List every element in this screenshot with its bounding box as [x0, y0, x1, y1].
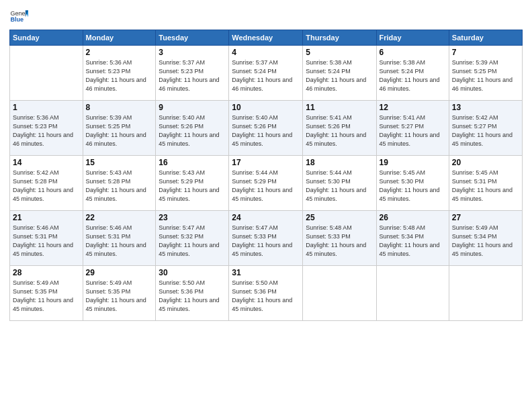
day-number: 8 — [86, 103, 153, 112]
day-number: 31 — [232, 268, 300, 277]
calendar-cell: 1Sunrise: 5:36 AMSunset: 5:23 PMDaylight… — [10, 101, 83, 156]
calendar-cell — [449, 266, 522, 321]
day-info: Sunrise: 5:40 AMSunset: 5:26 PMDaylight:… — [232, 113, 300, 148]
day-number: 27 — [452, 213, 519, 222]
calendar-header-monday: Monday — [83, 30, 156, 46]
day-info: Sunrise: 5:50 AMSunset: 5:36 PMDaylight:… — [232, 279, 300, 314]
logo-icon: General Blue — [9, 7, 28, 26]
day-number: 26 — [380, 213, 446, 222]
day-info: Sunrise: 5:39 AMSunset: 5:25 PMDaylight:… — [452, 58, 519, 93]
day-info: Sunrise: 5:36 AMSunset: 5:23 PMDaylight:… — [86, 58, 153, 93]
day-info: Sunrise: 5:38 AMSunset: 5:24 PMDaylight:… — [380, 58, 446, 93]
day-info: Sunrise: 5:42 AMSunset: 5:28 PMDaylight:… — [13, 169, 80, 203]
calendar-week-1: 2Sunrise: 5:36 AMSunset: 5:23 PMDaylight… — [10, 46, 523, 101]
header: General Blue — [9, 7, 523, 26]
day-info: Sunrise: 5:47 AMSunset: 5:33 PMDaylight:… — [232, 224, 300, 259]
day-info: Sunrise: 5:41 AMSunset: 5:27 PMDaylight:… — [380, 113, 446, 148]
day-info: Sunrise: 5:49 AMSunset: 5:35 PMDaylight:… — [86, 279, 153, 314]
calendar-cell: 3Sunrise: 5:37 AMSunset: 5:23 PMDaylight… — [156, 46, 229, 101]
day-info: Sunrise: 5:39 AMSunset: 5:25 PMDaylight:… — [86, 113, 153, 148]
day-number: 11 — [306, 103, 373, 112]
calendar-cell: 29Sunrise: 5:49 AMSunset: 5:35 PMDayligh… — [83, 266, 156, 321]
day-number: 18 — [306, 158, 373, 167]
day-number: 1 — [13, 103, 80, 112]
day-info: Sunrise: 5:49 AMSunset: 5:34 PMDaylight:… — [452, 224, 519, 259]
calendar-cell: 10Sunrise: 5:40 AMSunset: 5:26 PMDayligh… — [229, 101, 303, 156]
day-number: 24 — [232, 213, 300, 222]
day-info: Sunrise: 5:44 AMSunset: 5:30 PMDaylight:… — [306, 169, 373, 203]
day-number: 19 — [380, 158, 446, 167]
calendar-cell: 9Sunrise: 5:40 AMSunset: 5:26 PMDaylight… — [156, 101, 229, 156]
calendar-cell: 16Sunrise: 5:43 AMSunset: 5:29 PMDayligh… — [156, 156, 229, 211]
day-info: Sunrise: 5:50 AMSunset: 5:36 PMDaylight:… — [159, 279, 226, 314]
day-number: 23 — [159, 213, 226, 222]
calendar-cell: 25Sunrise: 5:48 AMSunset: 5:33 PMDayligh… — [303, 211, 376, 266]
calendar-cell: 5Sunrise: 5:38 AMSunset: 5:24 PMDaylight… — [303, 46, 376, 101]
calendar-header-tuesday: Tuesday — [156, 30, 229, 46]
calendar-cell: 20Sunrise: 5:45 AMSunset: 5:31 PMDayligh… — [449, 156, 522, 211]
day-info: Sunrise: 5:46 AMSunset: 5:31 PMDaylight:… — [13, 224, 80, 259]
day-number: 12 — [380, 103, 446, 112]
day-info: Sunrise: 5:48 AMSunset: 5:33 PMDaylight:… — [306, 224, 373, 259]
day-info: Sunrise: 5:49 AMSunset: 5:35 PMDaylight:… — [13, 279, 80, 314]
day-info: Sunrise: 5:38 AMSunset: 5:24 PMDaylight:… — [306, 58, 373, 93]
svg-text:Blue: Blue — [10, 16, 24, 23]
day-info: Sunrise: 5:48 AMSunset: 5:34 PMDaylight:… — [380, 224, 446, 259]
day-info: Sunrise: 5:37 AMSunset: 5:24 PMDaylight:… — [232, 58, 300, 93]
day-info: Sunrise: 5:42 AMSunset: 5:27 PMDaylight:… — [452, 113, 519, 148]
day-info: Sunrise: 5:46 AMSunset: 5:31 PMDaylight:… — [86, 224, 153, 259]
day-info: Sunrise: 5:37 AMSunset: 5:23 PMDaylight:… — [159, 58, 226, 93]
day-number: 7 — [452, 48, 519, 57]
day-number: 15 — [86, 158, 153, 167]
day-number: 28 — [13, 268, 80, 277]
calendar-cell: 31Sunrise: 5:50 AMSunset: 5:36 PMDayligh… — [229, 266, 303, 321]
calendar-table: SundayMondayTuesdayWednesdayThursdayFrid… — [9, 30, 523, 321]
calendar-cell: 22Sunrise: 5:46 AMSunset: 5:31 PMDayligh… — [83, 211, 156, 266]
calendar-cell: 24Sunrise: 5:47 AMSunset: 5:33 PMDayligh… — [229, 211, 303, 266]
calendar-header-sunday: Sunday — [10, 30, 83, 46]
calendar-cell — [10, 46, 83, 101]
calendar-cell: 13Sunrise: 5:42 AMSunset: 5:27 PMDayligh… — [449, 101, 522, 156]
calendar-cell: 21Sunrise: 5:46 AMSunset: 5:31 PMDayligh… — [10, 211, 83, 266]
calendar-cell: 4Sunrise: 5:37 AMSunset: 5:24 PMDaylight… — [229, 46, 303, 101]
calendar-cell: 28Sunrise: 5:49 AMSunset: 5:35 PMDayligh… — [10, 266, 83, 321]
calendar-week-5: 28Sunrise: 5:49 AMSunset: 5:35 PMDayligh… — [10, 266, 523, 321]
calendar-header-wednesday: Wednesday — [229, 30, 303, 46]
calendar-cell: 17Sunrise: 5:44 AMSunset: 5:29 PMDayligh… — [229, 156, 303, 211]
calendar-week-4: 21Sunrise: 5:46 AMSunset: 5:31 PMDayligh… — [10, 211, 523, 266]
day-number: 5 — [306, 48, 373, 57]
logo: General Blue — [9, 7, 31, 26]
day-number: 16 — [159, 158, 226, 167]
day-number: 25 — [306, 213, 373, 222]
calendar-cell: 14Sunrise: 5:42 AMSunset: 5:28 PMDayligh… — [10, 156, 83, 211]
calendar-cell: 7Sunrise: 5:39 AMSunset: 5:25 PMDaylight… — [449, 46, 522, 101]
calendar-cell: 15Sunrise: 5:43 AMSunset: 5:28 PMDayligh… — [83, 156, 156, 211]
calendar-cell — [376, 266, 449, 321]
day-number: 20 — [452, 158, 519, 167]
day-number: 3 — [159, 48, 226, 57]
calendar-week-2: 1Sunrise: 5:36 AMSunset: 5:23 PMDaylight… — [10, 101, 523, 156]
day-number: 14 — [13, 158, 80, 167]
day-info: Sunrise: 5:40 AMSunset: 5:26 PMDaylight:… — [159, 113, 226, 148]
calendar-cell: 23Sunrise: 5:47 AMSunset: 5:32 PMDayligh… — [156, 211, 229, 266]
day-number: 4 — [232, 48, 300, 57]
calendar-cell: 18Sunrise: 5:44 AMSunset: 5:30 PMDayligh… — [303, 156, 376, 211]
day-number: 17 — [232, 158, 300, 167]
day-number: 2 — [86, 48, 153, 57]
calendar-header-saturday: Saturday — [449, 30, 522, 46]
calendar-cell: 12Sunrise: 5:41 AMSunset: 5:27 PMDayligh… — [376, 101, 449, 156]
calendar-cell: 2Sunrise: 5:36 AMSunset: 5:23 PMDaylight… — [83, 46, 156, 101]
calendar-header-thursday: Thursday — [303, 30, 376, 46]
day-info: Sunrise: 5:44 AMSunset: 5:29 PMDaylight:… — [232, 169, 300, 203]
calendar-cell: 6Sunrise: 5:38 AMSunset: 5:24 PMDaylight… — [376, 46, 449, 101]
day-number: 21 — [13, 213, 80, 222]
day-number: 30 — [159, 268, 226, 277]
calendar-cell: 30Sunrise: 5:50 AMSunset: 5:36 PMDayligh… — [156, 266, 229, 321]
page: General Blue SundayMondayTuesdayWednesda… — [0, 0, 532, 411]
day-info: Sunrise: 5:41 AMSunset: 5:26 PMDaylight:… — [306, 113, 373, 148]
calendar-cell: 8Sunrise: 5:39 AMSunset: 5:25 PMDaylight… — [83, 101, 156, 156]
day-info: Sunrise: 5:43 AMSunset: 5:28 PMDaylight:… — [86, 169, 153, 203]
day-info: Sunrise: 5:45 AMSunset: 5:30 PMDaylight:… — [380, 169, 446, 203]
day-info: Sunrise: 5:43 AMSunset: 5:29 PMDaylight:… — [159, 169, 226, 203]
calendar-cell: 27Sunrise: 5:49 AMSunset: 5:34 PMDayligh… — [449, 211, 522, 266]
